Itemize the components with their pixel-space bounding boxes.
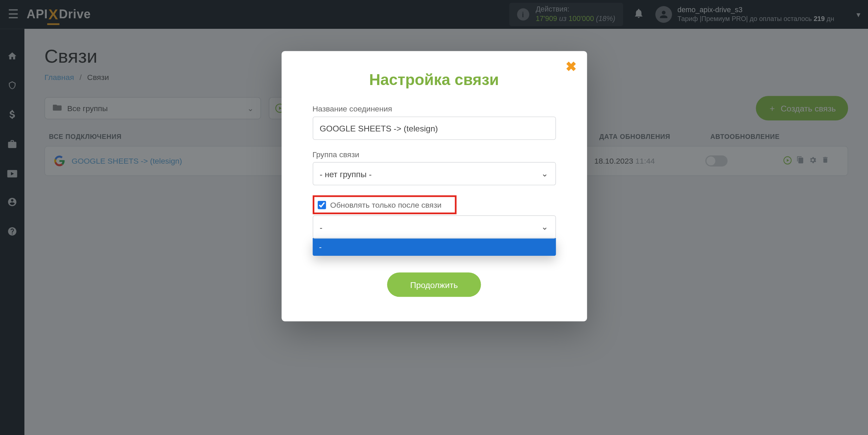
dropdown-option[interactable]: - — [312, 238, 555, 256]
modal-title: Настройка связи — [312, 71, 555, 89]
continue-button[interactable]: Продолжить — [387, 272, 481, 297]
chevron-down-icon: ⌄ — [541, 222, 548, 232]
checkbox-label: Обновлять только после связи — [330, 200, 441, 209]
chevron-down-icon: ⌄ — [541, 169, 548, 179]
after-value: - — [320, 222, 322, 232]
group-value: - нет группы - — [320, 169, 372, 179]
after-connection-select[interactable]: - ⌄ — [312, 215, 555, 239]
name-label: Название соединения — [312, 104, 555, 113]
update-after-checkbox-row[interactable]: Обновлять только после связи — [312, 195, 456, 214]
group-label: Группа связи — [312, 150, 555, 159]
connection-settings-modal: ✖ Настройка связи Название соединения Гр… — [281, 51, 587, 322]
connection-name-input[interactable] — [312, 117, 555, 140]
close-icon[interactable]: ✖ — [566, 59, 577, 75]
update-after-checkbox[interactable] — [317, 201, 326, 209]
connection-group-select[interactable]: - нет группы - ⌄ — [312, 162, 555, 185]
